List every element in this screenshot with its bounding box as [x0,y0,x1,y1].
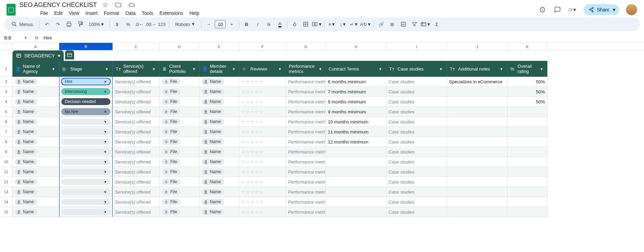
cell-services[interactable]: Service(s) offered [113,137,160,147]
cell-overall[interactable] [508,127,547,137]
cell-member[interactable]: Name [199,167,239,177]
stage-pill[interactable]: ▼ [61,189,110,195]
cell-notes[interactable] [447,187,508,197]
cell-contract[interactable] [326,147,386,157]
cell-notes[interactable] [447,117,508,127]
cell-perf[interactable]: Performance metri [286,207,326,217]
row-num[interactable]: 6 [0,117,12,127]
cell-notes[interactable]: Specializes in eCommerce [447,77,508,87]
cell-cases[interactable]: Case studies [386,187,447,197]
account-avatar[interactable] [626,4,637,15]
cell-reviews[interactable]: ☆☆☆☆☆ [239,197,286,207]
text-color-icon[interactable]: A [275,19,285,29]
row-num[interactable]: 9 [0,147,12,157]
cell-overall[interactable] [508,187,547,197]
col-H[interactable]: H [326,43,386,50]
cell-services[interactable]: Service(s) offered [113,147,160,157]
cell-stage[interactable]: ▼ [59,187,113,197]
cell-stage[interactable]: ▼ [59,177,113,187]
row-num[interactable]: 10 [0,157,12,167]
menu-edit[interactable]: Edit [52,10,65,17]
cell-notes[interactable] [447,107,508,117]
row-num-1[interactable]: 1 [0,61,12,77]
stage-pill[interactable]: ▼ [61,209,110,215]
increase-decimal-icon[interactable]: .00→ [145,19,156,29]
cell-name[interactable]: Name [12,207,59,217]
cell-name[interactable]: Name [12,187,59,197]
cell-name[interactable]: Name [12,137,59,147]
cell-contract[interactable] [326,187,386,197]
cell-cases[interactable]: Case studies [386,157,447,167]
borders-icon[interactable] [301,19,311,29]
format-percent[interactable]: % [123,19,133,29]
row-num[interactable]: 12 [0,177,12,187]
stage-pill[interactable]: ▼ [61,199,110,205]
col-I[interactable]: I [386,43,447,50]
cell-cases[interactable]: Case studies [386,77,447,87]
cell-services[interactable]: Service(s) offered [113,87,160,97]
increase-fontsize[interactable]: + [226,19,237,29]
insert-chart-icon[interactable] [398,19,409,29]
col-K[interactable]: K [508,43,547,50]
cell-reviews[interactable]: ☆☆☆☆☆ [239,107,286,117]
cell-stage[interactable]: Interviewing▼ [59,87,113,97]
row-num[interactable]: 14 [0,197,12,207]
col-C[interactable]: C [113,43,160,50]
row-num[interactable]: 15 [0,207,12,217]
cell-reviews[interactable]: ☆☆☆☆☆ [239,147,286,157]
cell-services[interactable]: Service(s) offered [113,197,160,207]
col-G[interactable]: G [286,43,326,50]
rotate-icon[interactable]: A↻▼ [360,19,372,29]
cell-overall[interactable] [508,167,547,177]
cell-reviews[interactable]: ☆☆☆☆☆ [239,87,286,97]
cell-perf[interactable]: Performance metri [286,97,326,107]
cell-member[interactable]: Name [199,187,239,197]
chevron-down-icon[interactable]: ▾ [104,66,110,72]
cell-cases[interactable]: Case studies [386,97,447,107]
cell-perf[interactable]: Performance metri [286,167,326,177]
valign-icon[interactable]: ↕▼ [338,19,348,29]
decrease-decimal-icon[interactable]: .0← [134,19,144,29]
col-J[interactable]: J [447,43,508,50]
cell-name[interactable]: Name [12,117,59,127]
col-D[interactable]: D [160,43,199,50]
cell-member[interactable]: Name [199,127,239,137]
cell-portfolio[interactable]: File [160,197,199,207]
merge-cells-icon[interactable]: ▼ [312,19,322,29]
cell-notes[interactable] [447,197,508,207]
cell-perf[interactable]: Performance metri [286,147,326,157]
cell-portfolio[interactable]: File [160,207,199,217]
cell-overall[interactable]: 50% [508,77,547,87]
cell-contract[interactable]: 8 months minimum [326,97,386,107]
cell-cases[interactable]: Case studies [386,117,447,127]
link-icon[interactable]: 🔗 [376,19,386,29]
cell-overall[interactable] [508,147,547,157]
cell-member[interactable]: Name [199,77,239,87]
cell-member[interactable]: Name [199,137,239,147]
stage-pill[interactable]: ▼ [61,139,110,145]
cell-contract[interactable] [326,167,386,177]
strike-icon[interactable]: S [263,19,274,29]
row-num[interactable]: 11 [0,167,12,177]
cell-name[interactable]: Name [12,77,59,87]
cell-overall[interactable] [508,157,547,167]
filter-icon[interactable] [409,19,420,29]
cell-name[interactable]: Name [12,97,59,107]
stage-pill[interactable]: ▼ [61,149,110,155]
comments-icon[interactable] [553,6,562,14]
cell-overall[interactable] [508,107,547,117]
cell-notes[interactable] [447,127,508,137]
meet-icon[interactable]: ▼ [569,6,577,14]
halign-icon[interactable]: ≡▼ [327,19,337,29]
cell-notes[interactable] [447,157,508,167]
cell-contract[interactable] [326,207,386,217]
cell-services[interactable]: Service(s) offered [113,127,160,137]
name-box[interactable]: B:B▼ [0,35,30,40]
cell-reviews[interactable]: ☆☆☆☆☆ [239,137,286,147]
cell-reviews[interactable]: ☆☆☆☆☆ [239,127,286,137]
cell-cases[interactable]: Case studies [386,87,447,97]
cell-perf[interactable]: Performance metri [286,77,326,87]
redo-icon[interactable]: ↷ [53,19,63,29]
cell-services[interactable]: Service(s) offered [113,157,160,167]
menu-insert[interactable]: Insert [83,10,100,17]
